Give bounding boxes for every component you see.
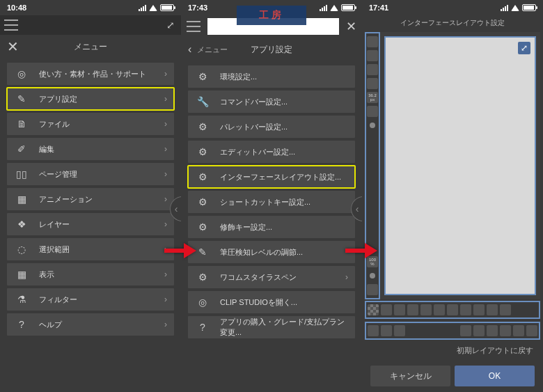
chevron-right-icon: › [164,194,167,204]
back-icon[interactable]: ‹ [188,43,191,56]
tool-icon[interactable] [367,284,378,295]
clock: 17:41 [369,3,388,12]
close-icon[interactable]: ✕ [7,38,19,55]
menu-item-layout[interactable]: ⚙ インターフェースレイアウト設定... [188,166,355,188]
clock: 17:43 [188,3,207,12]
panel-title: アプリ設定 [251,44,292,56]
canvas-preview[interactable]: ⤢ [384,36,536,295]
expand-icon[interactable]: ⤢ [164,19,177,31]
palette-icon[interactable] [460,325,471,336]
slider-handle[interactable] [370,123,375,128]
reset-layout-link[interactable]: 初期レイアウトに戻す [365,341,540,360]
palette-icon[interactable] [434,304,445,315]
back-label[interactable]: メニュー [197,45,228,55]
panel-menu: 10:48 ⤢ ✕ メニュー ◎ 使い方・素材・作品・サポート › ✎ アプリ設… [0,0,181,392]
palette-icon[interactable] [473,325,485,336]
chevron-right-icon: › [164,144,167,154]
palette-icon[interactable] [447,304,458,315]
clip-icon: ◎ [14,66,29,81]
gear-icon: ⚙ [195,219,210,235]
status-bar: 17:41 [362,0,543,15]
palette-icon[interactable] [500,304,511,315]
menu-list: ⚙ 環境設定... 🔧 コマンドバー設定... ⚙ パレットバー設定... ⚙ … [181,61,362,392]
palette-icon[interactable] [381,304,392,315]
panel-layout-editor: 17:41 インターフェースレイアウト設定 36.2 px 100 % [362,0,543,392]
cancel-button[interactable]: キャンセル [370,366,450,386]
palette-icon[interactable] [487,325,498,336]
menu-item-pressure[interactable]: ✎ 筆圧検知レベルの調節... [188,241,355,263]
signal-icon [320,5,327,11]
palette-row-2[interactable] [365,322,540,340]
menu-item-wacom[interactable]: ⚙ ワコムスタイラスペン › [188,266,355,288]
palette-icon[interactable] [420,304,432,315]
chevron-right-icon: › [164,169,167,179]
palette-icon[interactable] [368,325,379,336]
menu-item-purchase[interactable]: ? アプリの購入・グレード/支払プラン変更... [188,316,355,338]
status-bar: 10:48 [0,0,181,15]
menu-item-page[interactable]: ▯▯ ページ管理 › [7,163,174,185]
layout-body: 36.2 px 100 % ⤢ [362,32,543,392]
hamburger-icon[interactable] [187,21,200,32]
palette-icon[interactable] [473,304,485,315]
menu-item-edit[interactable]: ✐ 編集 › [7,138,174,160]
slider-handle[interactable] [370,273,375,279]
vertical-toolbar[interactable]: 36.2 px 100 % [365,32,380,299]
menu-item-animation[interactable]: ▦ アニメーション › [7,188,174,210]
pct-badge[interactable]: 100 % [367,256,378,267]
layout-icon: ⚙ [195,169,210,185]
expand-icon[interactable]: ⤢ [518,42,530,54]
menu-item-commandbar[interactable]: 🔧 コマンドバー設定... [188,91,355,113]
hamburger-icon[interactable] [4,19,18,31]
gear-icon: ⚙ [195,69,210,84]
clip-icon: ◎ [195,295,210,310]
menu-item-selection[interactable]: ◌ 選択範囲 › [7,238,174,260]
palette-icon[interactable] [394,325,405,336]
chevron-right-icon: › [164,94,167,104]
chevron-right-icon: › [164,269,167,279]
palette-icon[interactable] [381,325,392,336]
menu-item-modkey[interactable]: ⚙ 修飾キー設定... [188,216,355,238]
layers-icon: ❖ [14,217,29,232]
status-icons [501,4,536,11]
watermark: 工房 [237,6,306,25]
menu-item-file[interactable]: 🗎 ファイル › [7,113,174,135]
menu-item-shortcut[interactable]: ⚙ ショートカットキー設定... [188,191,355,213]
menu-item-layer[interactable]: ❖ レイヤー › [7,213,174,235]
gear-icon: ⚙ [195,119,210,134]
menu-item-view[interactable]: ▦ 表示 › [7,263,174,285]
menu-item-open-clip[interactable]: ◎ CLIP STUDIOを開く... [188,291,355,313]
tool-icon[interactable] [367,106,378,117]
menu-item-app-settings[interactable]: ✎ アプリ設定 › [7,88,174,110]
palette-icon[interactable] [487,304,498,315]
tool-icon[interactable] [367,36,378,47]
palette-icon[interactable] [368,304,379,315]
chevron-right-icon: › [164,295,167,304]
menu-item-help[interactable]: ? ヘルプ › [7,313,174,336]
tool-icon[interactable] [367,78,378,89]
gear-icon: ⚙ [195,194,210,210]
palette-icon[interactable] [394,304,405,315]
signal-icon [139,5,146,11]
palette-icon[interactable] [500,325,511,336]
zoom-badge[interactable]: 36.2 px [367,92,378,103]
wifi-icon [149,5,157,11]
palette-icon[interactable] [513,325,524,336]
tool-icon[interactable] [367,64,378,75]
ok-button[interactable]: OK [455,366,535,386]
close-icon[interactable]: ✕ [346,19,356,34]
dialog-title: インターフェースレイアウト設定 [362,15,543,32]
menu-item-help-assets[interactable]: ◎ 使い方・素材・作品・サポート › [7,63,174,85]
tool-icon[interactable] [367,50,378,61]
signal-icon [501,5,508,11]
menu-item-env-settings[interactable]: ⚙ 環境設定... [188,65,355,88]
battery-icon [522,4,536,11]
palette-row-1[interactable] [365,301,540,319]
menu-item-filter[interactable]: ⚗ フィルター › [7,288,174,311]
menu-item-editbar[interactable]: ⚙ エディットバー設定... [188,141,355,163]
palette-icon[interactable] [460,304,471,315]
menu-item-palettebar[interactable]: ⚙ パレットバー設定... [188,116,355,138]
panel-title: メニュー [74,41,107,53]
palette-icon[interactable] [407,304,418,315]
palette-icon[interactable] [526,325,537,336]
battery-icon [341,4,355,11]
